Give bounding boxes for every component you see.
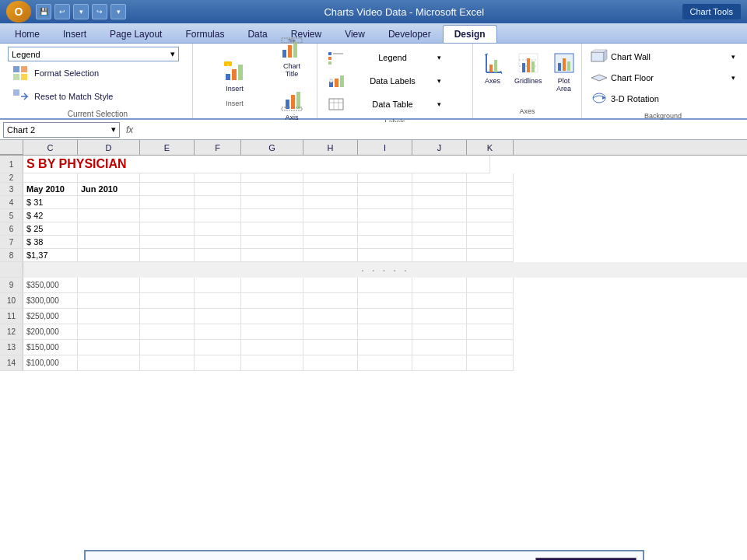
tab-insert[interactable]: Insert <box>51 25 98 43</box>
cell-f2[interactable] <box>195 173 241 183</box>
cell-g11[interactable] <box>241 309 303 324</box>
insert-button[interactable]: + Insert <box>216 54 254 96</box>
cell-i7[interactable] <box>358 236 412 249</box>
cell-f8[interactable] <box>195 249 241 262</box>
col-header-f[interactable]: F <box>195 140 241 155</box>
cell-h7[interactable] <box>303 236 358 249</box>
cell-c5[interactable]: $ 42 <box>23 209 78 222</box>
plot-area-button[interactable]: Plot Area <box>549 47 579 96</box>
cell-c9[interactable]: $350,000 <box>23 278 78 293</box>
tab-design[interactable]: Design <box>443 25 497 43</box>
cell-d2[interactable] <box>78 173 140 183</box>
cell-d4[interactable] <box>78 196 140 209</box>
col-header-g[interactable]: G <box>241 140 303 155</box>
customize-icon[interactable]: ▾ <box>110 4 126 19</box>
cell-d13[interactable] <box>78 340 140 355</box>
selection-dropdown[interactable]: Legend ▾ <box>8 47 179 61</box>
cell-d5[interactable] <box>78 209 140 222</box>
cell-f13[interactable] <box>195 340 241 355</box>
cell-h6[interactable] <box>303 222 358 236</box>
undo-dropdown-icon[interactable]: ▾ <box>73 4 89 19</box>
tab-view[interactable]: View <box>333 25 377 43</box>
cell-j14[interactable] <box>412 355 467 371</box>
col-header-c[interactable]: C <box>23 140 78 155</box>
cell-i5[interactable] <box>358 209 412 222</box>
cell-i4[interactable] <box>358 196 412 209</box>
cell-j8[interactable] <box>412 249 467 262</box>
cell-g3[interactable] <box>241 183 303 196</box>
cell-i11[interactable] <box>358 309 412 324</box>
cell-c14[interactable]: $100,000 <box>23 355 78 371</box>
cell-c12[interactable]: $200,000 <box>23 324 78 340</box>
cell-i13[interactable] <box>358 340 412 355</box>
cell-e2[interactable] <box>140 173 195 183</box>
cell-j9[interactable] <box>412 278 467 293</box>
3d-rotation-button[interactable]: 3-D Rotation <box>587 89 739 109</box>
cell-f7[interactable] <box>195 236 241 249</box>
tab-formulas[interactable]: Formulas <box>174 25 236 43</box>
cell-d6[interactable] <box>78 222 140 236</box>
cell-k2[interactable] <box>467 173 514 183</box>
cell-i2[interactable] <box>358 173 412 183</box>
cell-k10[interactable] <box>467 293 514 309</box>
chart-title-button[interactable]: Title ChartTitle <box>272 32 312 82</box>
cell-j4[interactable] <box>412 196 467 209</box>
cell-d8[interactable] <box>78 249 140 262</box>
cell-k3[interactable] <box>467 183 514 196</box>
tab-home[interactable]: Home <box>3 25 51 43</box>
axes-button[interactable]: Axes <box>478 47 507 89</box>
cell-c3[interactable]: May 2010 <box>23 183 78 196</box>
cell-c10[interactable]: $300,000 <box>23 293 78 309</box>
name-box[interactable]: Chart 2 ▾ <box>3 122 120 138</box>
cell-g5[interactable] <box>241 209 303 222</box>
cell-h2[interactable] <box>303 173 358 183</box>
cell-f5[interactable] <box>195 209 241 222</box>
cell-f4[interactable] <box>195 196 241 209</box>
cell-e7[interactable] <box>140 236 195 249</box>
cell-j3[interactable] <box>412 183 467 196</box>
cell-e5[interactable] <box>140 209 195 222</box>
data-labels-button[interactable]: Data Labels ▾ <box>322 70 447 92</box>
save-icon[interactable]: 💾 <box>36 4 51 19</box>
cell-j2[interactable] <box>412 173 467 183</box>
cell-h13[interactable] <box>303 340 358 355</box>
tab-developer[interactable]: Developer <box>377 25 443 43</box>
cell-k14[interactable] <box>467 355 514 371</box>
cell-d7[interactable] <box>78 236 140 249</box>
cell-j13[interactable] <box>412 340 467 355</box>
cell-e12[interactable] <box>140 324 195 340</box>
cell-d9[interactable] <box>78 278 140 293</box>
undo-icon[interactable]: ↩ <box>54 4 70 19</box>
cell-e14[interactable] <box>140 355 195 371</box>
col-header-k[interactable]: K <box>467 140 514 155</box>
data-table-button[interactable]: Data Table ▾ <box>322 93 447 115</box>
cell-i9[interactable] <box>358 278 412 293</box>
cell-d11[interactable] <box>78 309 140 324</box>
cell-h11[interactable] <box>303 309 358 324</box>
cell-g7[interactable] <box>241 236 303 249</box>
cell-e13[interactable] <box>140 340 195 355</box>
cell-h4[interactable] <box>303 196 358 209</box>
cell-d3[interactable]: Jun 2010 <box>78 183 140 196</box>
cell-g6[interactable] <box>241 222 303 236</box>
cell-k11[interactable] <box>467 309 514 324</box>
cell-k6[interactable] <box>467 222 514 236</box>
cell-k7[interactable] <box>467 236 514 249</box>
cell-j12[interactable] <box>412 324 467 340</box>
cell-d12[interactable] <box>78 324 140 340</box>
cell-i10[interactable] <box>358 293 412 309</box>
cell-e6[interactable] <box>140 222 195 236</box>
formula-input[interactable] <box>139 122 744 138</box>
cell-e11[interactable] <box>140 309 195 324</box>
col-header-e[interactable]: E <box>140 140 195 155</box>
cell-c11[interactable]: $250,000 <box>23 309 78 324</box>
chart-drag-handle[interactable]: · · · · · <box>23 262 747 278</box>
cell-c2[interactable] <box>23 173 78 183</box>
cell-e4[interactable] <box>140 196 195 209</box>
cell-c7[interactable]: $ 38 <box>23 236 78 249</box>
cell-k4[interactable] <box>467 196 514 209</box>
cell-i3[interactable] <box>358 183 412 196</box>
cell-h3[interactable] <box>303 183 358 196</box>
cell-g8[interactable] <box>241 249 303 262</box>
cell-g2[interactable] <box>241 173 303 183</box>
